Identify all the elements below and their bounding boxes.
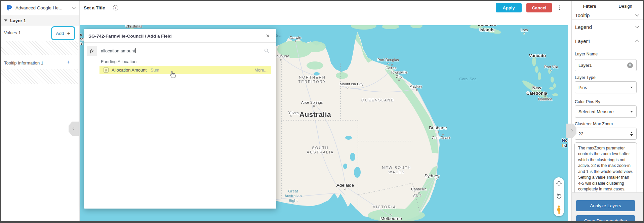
stepper-up-icon (630, 132, 633, 133)
map-label: No Isl (562, 138, 567, 148)
map-label: Christmas (125, 25, 142, 29)
rotate-reset-icon[interactable] (555, 192, 563, 200)
layer-section-label: Layer 1 (10, 18, 26, 23)
fx-icon: fx (87, 46, 97, 56)
city-dot (416, 89, 418, 91)
map-label: Mount Isa City (340, 82, 363, 86)
visual-logo-icon (6, 5, 12, 11)
chevron-left-icon (72, 127, 76, 130)
city-dot (545, 95, 546, 97)
field-search-input[interactable]: allocation amount (101, 48, 136, 53)
map-label: Great Australian Bight (284, 189, 301, 203)
cluster-zoom-help: The maxZoom parameter controls the zoom … (574, 142, 637, 195)
chevron-down-icon[interactable] (72, 5, 76, 9)
collapse-triangle-icon (4, 19, 7, 21)
visual-selector[interactable]: Advanced Google He... (1, 1, 79, 15)
cluster-zoom-input[interactable]: 22 (575, 128, 637, 140)
section-legend[interactable]: Legend (572, 20, 643, 34)
layer-name-label: Layer Name (575, 52, 598, 56)
city-dot (345, 189, 346, 190)
info-icon[interactable]: i (113, 5, 118, 10)
plus-icon: + (67, 31, 71, 36)
color-pins-select[interactable]: Selected Measure (575, 105, 637, 118)
layer-name-input[interactable]: Layer1 ✕ (575, 59, 637, 71)
search-value: allocation amount (101, 48, 135, 53)
add-tooltip-plus-icon[interactable]: + (67, 59, 70, 65)
section-tooltip[interactable]: Tooltip (572, 12, 643, 20)
map-label: Gold Coast (432, 136, 450, 140)
city-dot (442, 134, 444, 136)
values-dropzone[interactable] (1, 41, 78, 55)
section-tooltip-clipped: Tooltip (572, 12, 643, 20)
number-stepper[interactable] (630, 132, 633, 136)
section-legend-label: Legend (575, 24, 636, 30)
map-label: Lata (521, 28, 528, 32)
tab-design[interactable]: Design (608, 4, 644, 9)
chevron-down-icon (635, 12, 639, 16)
map-label: New Caledonia (526, 85, 547, 96)
map-label: ls (80, 41, 83, 46)
map-label: Melbourne (380, 216, 402, 221)
map-label: ACT (413, 193, 422, 198)
sidebar-layer-section[interactable]: Layer 1 (1, 15, 79, 26)
map-label: Australia (299, 110, 331, 119)
chevron-down-icon (635, 24, 639, 28)
layer-name-value: Layer1 (578, 63, 592, 68)
pegman-icon[interactable] (555, 206, 563, 214)
city-dot (280, 59, 282, 61)
cancel-button[interactable]: Cancel (526, 3, 552, 12)
field-result-row[interactable]: # Allocation Amount Sum More... (99, 66, 271, 74)
search-icon (264, 48, 269, 55)
map-label: Brisbane (429, 125, 447, 131)
layer-type-value: Pins (578, 85, 587, 90)
map-label: Vanuatu (529, 53, 546, 58)
color-pins-label: Color Pins By (575, 99, 600, 104)
add-values-button[interactable]: Add + (51, 26, 75, 40)
section-layer1-label: Layer1 (575, 38, 636, 44)
dialog-divider (84, 42, 276, 43)
map-label: ng (80, 37, 84, 41)
search-underline (99, 57, 271, 57)
map-label: NORTHERN TERRITORY (298, 75, 326, 84)
clear-icon[interactable]: ✕ (627, 62, 633, 68)
tab-filters[interactable]: Filters (572, 4, 608, 9)
map-label: Cairns (386, 66, 396, 70)
map-label: Adelaide (336, 183, 354, 188)
add-field-dialog: SG-742-Farmville-Council / Add a Field ✕… (84, 29, 276, 209)
pan-control-icon[interactable] (555, 179, 563, 187)
open-documentation-button[interactable]: Open Documentation (576, 215, 635, 223)
city-dot (438, 131, 440, 133)
map-label: Coral Sea (459, 77, 476, 82)
chevron-right-icon (569, 129, 573, 132)
field-wells-sidebar: Advanced Google He... Layer 1 Values 1 A… (1, 1, 80, 221)
section-layer1[interactable]: Layer1 (572, 34, 643, 48)
panel-tabs: Filters Design (572, 1, 643, 12)
map-label: Yulara (288, 111, 298, 115)
chevron-up-icon (635, 40, 639, 43)
city-dot (295, 40, 296, 42)
field-more-link[interactable]: More... (254, 68, 268, 73)
map-label: VICTORIA (373, 205, 396, 209)
dropdown-caret-icon (630, 87, 633, 88)
layer-type-select[interactable]: Pins (575, 81, 637, 93)
main-canvas: Set a Title i Apply Cancel (80, 1, 572, 221)
panel-footer: Analyze Layers Open Documentation (572, 192, 643, 221)
apply-button[interactable]: Apply (496, 3, 522, 12)
city-dot (347, 87, 349, 89)
analyze-layers-button[interactable]: Analyze Layers (576, 200, 635, 211)
field-group-label: Funding Allocation (101, 59, 136, 64)
more-options-kebab-icon[interactable] (557, 4, 563, 12)
city-dot (388, 63, 389, 64)
set-title-button[interactable]: Set a Title (84, 5, 105, 10)
map-label: Mackay (409, 84, 422, 89)
close-icon[interactable]: ✕ (264, 32, 272, 40)
tooltip-well-label: Tooltip Information 1 (4, 60, 43, 65)
city-dot (524, 33, 525, 34)
numeric-field-icon: # (104, 68, 109, 73)
section-tooltip-label: Tooltip (575, 12, 636, 18)
map-label: Port Vila (544, 65, 558, 69)
tooltip-dropzone[interactable] (1, 69, 78, 84)
map-label: Sydney (424, 173, 439, 179)
map-label: Alice Springs (301, 100, 323, 105)
field-name: Allocation Amount (112, 68, 147, 73)
